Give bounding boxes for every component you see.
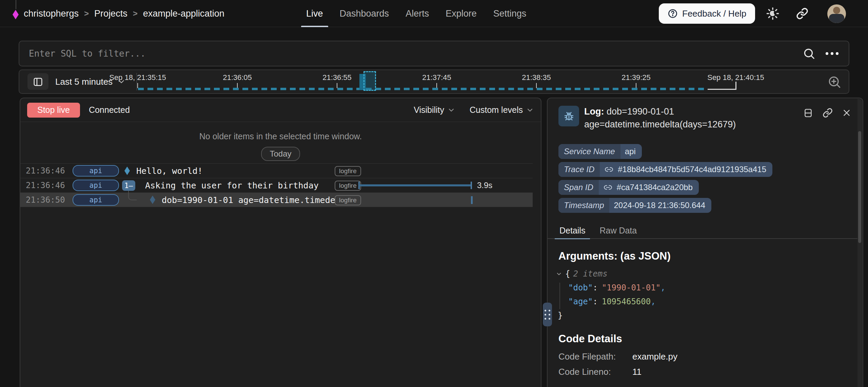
json-viewer: { 2 items "dob":"1990-01-01", "age":1095…	[556, 267, 666, 323]
sidebar-toggle-button[interactable]	[27, 73, 48, 90]
detail-scrollbar[interactable]	[857, 99, 862, 387]
connection-status: Connected	[89, 105, 130, 115]
log-row[interactable]: 21:36:46 api 1– Asking the user for thei…	[20, 178, 533, 192]
log-row-selected[interactable]: 21:36:50 api dob=1990-01-01 age=datetime…	[20, 192, 533, 207]
breadcrumb-org[interactable]: christophergs	[24, 8, 79, 19]
log-message: Hello, world!	[136, 166, 203, 176]
timestamp-pill: Timestamp 2024-09-18 21:36:50.644	[558, 198, 711, 213]
panel-left-icon	[33, 77, 43, 87]
empty-window-message: No older items in the selected time wind…	[20, 131, 541, 141]
arguments-heading: Arguments: (as JSON)	[558, 250, 671, 262]
bug-icon	[563, 110, 575, 123]
logfire-tag-badge[interactable]: logfire	[335, 181, 361, 191]
timeline-tick-label: 21:36:55	[322, 73, 352, 82]
log-point-icon	[150, 196, 155, 204]
collapse-chevron-icon[interactable]	[556, 271, 562, 277]
logfire-logo-icon[interactable]	[12, 0, 20, 27]
span-id-pill[interactable]: Span ID #ca741384ca2a20bb	[558, 180, 699, 195]
tab-live[interactable]: Live	[306, 0, 323, 27]
today-button[interactable]: Today	[261, 147, 300, 161]
timeline-tick-label: 21:36:05	[223, 73, 252, 82]
tab-alerts[interactable]: Alerts	[406, 0, 429, 27]
feedback-help-button[interactable]: Feedback / Help	[659, 3, 755, 24]
panel-resize-handle[interactable]	[543, 303, 552, 326]
json-entry: "dob":"1990-01-01",	[556, 281, 666, 295]
json-entry: "age":1095465600,	[556, 295, 666, 309]
chevron-down-icon	[447, 106, 455, 114]
chevron-down-icon	[526, 106, 534, 114]
live-view-header: Stop live Connected Visibility Custom le…	[20, 98, 541, 122]
link-icon	[605, 165, 613, 174]
theme-toggle-icon[interactable]	[766, 0, 780, 27]
timeline-tick-label: Sep 18, 21:40:15	[707, 73, 764, 82]
breadcrumb-separator: >	[84, 9, 89, 18]
attribute-pills: Service Name api Trace ID #18b84cb4847b5…	[558, 144, 772, 213]
tab-explore[interactable]: Explore	[446, 0, 477, 27]
split-panel-icon[interactable]	[803, 108, 813, 118]
span-duration-label: 3.9s	[477, 181, 492, 190]
log-detail-panel: Log: dob=1990-01-01 age=datetime.timedel…	[547, 98, 863, 387]
question-circle-icon	[668, 8, 678, 19]
service-badge[interactable]: api	[73, 165, 119, 177]
log-point-tick	[471, 196, 473, 204]
log-point-icon	[124, 167, 130, 175]
timeline-bar: Last 5 minutes Sep 18, 21:35:15 21:36:05…	[19, 69, 849, 94]
service-name-pill: Service Name api	[558, 144, 642, 159]
breadcrumb: christophergs > Projects > example-appli…	[24, 0, 224, 27]
tab-details[interactable]: Details	[559, 222, 585, 239]
code-filepath-row: Code Filepath: example.py	[558, 351, 677, 362]
search-icon[interactable]	[803, 47, 815, 60]
log-time: 21:36:46	[26, 181, 65, 190]
json-items-note: 2 items	[573, 267, 607, 281]
timeline-tick-label: Sep 18, 21:35:15	[109, 73, 166, 82]
code-lineno-row: Code Lineno: 11	[558, 367, 642, 377]
top-nav: christophergs > Projects > example-appli…	[0, 0, 868, 27]
grip-dots-icon	[545, 310, 550, 320]
tab-settings[interactable]: Settings	[493, 0, 527, 27]
logfire-tag-badge[interactable]: logfire	[335, 195, 361, 205]
log-message: dob=1990-01-01 age=datetime.timede	[162, 195, 335, 205]
breadcrumb-separator: >	[133, 9, 138, 18]
service-badge[interactable]: api	[73, 180, 119, 191]
close-icon[interactable]	[842, 108, 851, 117]
child-connector	[128, 191, 137, 200]
zoom-in-icon[interactable]	[827, 75, 842, 89]
user-avatar[interactable]	[827, 4, 846, 23]
trace-id-pill[interactable]: Trace ID #18b84cb4847b5d574c4ad9121935a4…	[558, 162, 772, 177]
visibility-dropdown[interactable]: Visibility	[414, 105, 455, 115]
time-range-label: Last 5 minutes	[55, 77, 113, 87]
copy-link-icon[interactable]	[823, 108, 833, 118]
tab-raw-data[interactable]: Raw Data	[599, 222, 637, 239]
span-collapse-toggle[interactable]: 1–	[122, 180, 135, 191]
timeline-baseline	[138, 88, 708, 90]
log-message: Asking the user for their birthday	[145, 181, 319, 190]
timeline-selection-window[interactable]	[363, 71, 376, 91]
feedback-help-label: Feedback / Help	[682, 8, 746, 19]
timeline-tick-label: 21:37:45	[422, 73, 451, 82]
sql-filter-bar	[19, 41, 849, 66]
log-row[interactable]: 21:36:46 api Hello, world! logfire	[20, 163, 533, 178]
detail-kind-label: Log:	[584, 106, 604, 117]
more-options-icon[interactable]	[826, 52, 839, 55]
live-view-panel: Stop live Connected Visibility Custom le…	[20, 98, 541, 387]
timeline-tick-label: 21:38:35	[522, 73, 551, 82]
sql-filter-input[interactable]	[19, 41, 803, 66]
nav-tabs: Live Dashboards Alerts Explore Settings	[306, 0, 526, 27]
log-rows: 21:36:46 api Hello, world! logfire 21:36…	[20, 163, 533, 207]
stop-live-button[interactable]: Stop live	[27, 103, 80, 118]
debug-level-tile	[558, 106, 579, 126]
log-time: 21:36:50	[26, 195, 65, 205]
breadcrumb-projects[interactable]: Projects	[94, 8, 127, 19]
logfire-tag-badge[interactable]: logfire	[335, 166, 361, 176]
share-link-icon[interactable]	[796, 0, 808, 27]
breadcrumb-project-name[interactable]: example-application	[143, 8, 224, 19]
custom-levels-dropdown[interactable]: Custom levels	[470, 105, 534, 115]
code-details-heading: Code Details	[558, 333, 622, 345]
service-badge[interactable]: api	[73, 194, 119, 206]
link-icon	[604, 183, 612, 192]
log-time: 21:36:46	[26, 166, 65, 176]
span-duration-bar	[358, 181, 472, 189]
timeline-tick-label: 21:39:25	[622, 73, 651, 82]
detail-title: Log: dob=1990-01-01 age=datetime.timedel…	[584, 105, 736, 131]
tab-dashboards[interactable]: Dashboards	[340, 0, 389, 27]
